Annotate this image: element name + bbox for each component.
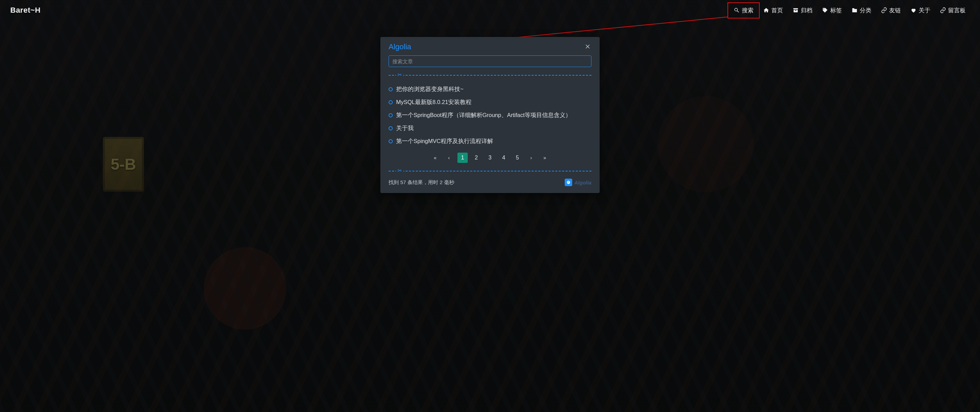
search-result-title: MySQL最新版8.0.21安装教程 (396, 98, 471, 106)
search-result-item[interactable]: 把你的浏览器变身黑科技~ (388, 83, 592, 96)
search-result-title: 把你的浏览器变身黑科技~ (396, 86, 464, 93)
modal-title: Algolia (388, 43, 411, 51)
page-next-button[interactable]: › (526, 153, 536, 163)
result-stats: 找到 57 条结果，用时 2 毫秒 (388, 179, 454, 186)
bullet-icon (388, 126, 393, 130)
algolia-badge[interactable]: Algolia (565, 179, 592, 186)
search-result-title: 关于我 (396, 125, 414, 132)
stopwatch-icon (565, 179, 572, 186)
search-input[interactable] (388, 55, 592, 67)
search-results: 把你的浏览器变身黑科技~MySQL最新版8.0.21安装教程第一个SpringB… (388, 83, 592, 148)
bullet-icon (388, 100, 393, 105)
page-last-button[interactable]: » (540, 153, 550, 163)
divider-top: ✂ (388, 72, 592, 78)
search-result-item[interactable]: MySQL最新版8.0.21安装教程 (388, 96, 592, 109)
modal-footer: 找到 57 条结果，用时 2 毫秒 Algolia (388, 179, 592, 186)
close-icon (585, 43, 591, 51)
close-button[interactable] (584, 43, 592, 51)
page-number-button[interactable]: 5 (512, 153, 523, 163)
search-modal: Algolia ✂ 把你的浏览器变身黑科技~MySQL最新版8.0.21安装教程… (380, 37, 600, 193)
page-first-button[interactable]: « (430, 153, 440, 163)
pagination: «‹12345›» (388, 153, 592, 163)
scissors-icon: ✂ (396, 72, 403, 78)
page-number-button[interactable]: 1 (457, 153, 468, 163)
search-result-item[interactable]: 第一个SpringBoot程序（详细解析Grounp、Artifact等项目信息… (388, 109, 592, 122)
scissors-icon: ✂ (396, 168, 403, 173)
bullet-icon (388, 139, 393, 143)
page-number-button[interactable]: 3 (485, 153, 495, 163)
modal-mask: Algolia ✂ 把你的浏览器变身黑科技~MySQL最新版8.0.21安装教程… (0, 0, 980, 412)
search-result-title: 第一个SpingMVC程序及执行流程详解 (396, 138, 493, 145)
bullet-icon (388, 113, 393, 117)
search-result-item[interactable]: 第一个SpingMVC程序及执行流程详解 (388, 135, 592, 148)
page-prev-button[interactable]: ‹ (444, 153, 454, 163)
algolia-badge-text: Algolia (574, 180, 592, 185)
page-number-button[interactable]: 4 (499, 153, 509, 163)
bullet-icon (388, 87, 393, 91)
modal-header: Algolia (388, 43, 592, 51)
search-result-title: 第一个SpringBoot程序（详细解析Grounp、Artifact等项目信息… (396, 112, 571, 119)
page-number-button[interactable]: 2 (471, 153, 481, 163)
search-result-item[interactable]: 关于我 (388, 122, 592, 135)
divider-bottom: ✂ (388, 168, 592, 174)
